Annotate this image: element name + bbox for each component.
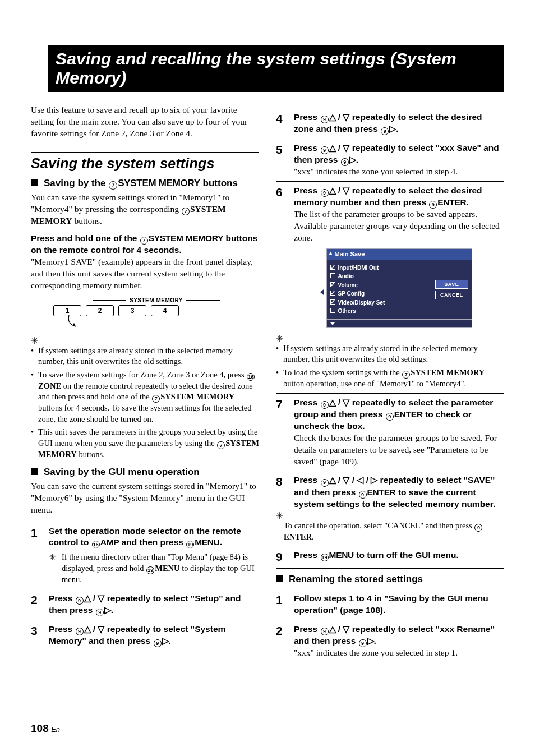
- down-icon: ▽: [343, 186, 349, 195]
- gui-screenshot: Main Save Input/HDMI Out Audio Volume SP…: [326, 248, 472, 328]
- circled-9-icon: 9: [96, 609, 104, 616]
- circled-9-icon: 9: [76, 628, 84, 635]
- circled-9-icon: 9: [321, 479, 329, 487]
- step-number: 1: [31, 525, 41, 586]
- memory-key-2: 2: [86, 305, 114, 316]
- step-4: 4 Press 9△ / ▽ repeatedly to select the …: [276, 108, 504, 135]
- up-icon: △: [329, 475, 336, 485]
- circled-9-icon: 9: [429, 201, 437, 209]
- system-memory-label: SYSTEM MEMORY: [53, 297, 259, 303]
- circled-16-icon: 16: [247, 373, 255, 381]
- circled-9-icon: 9: [154, 639, 162, 647]
- circled-7-icon: 7: [217, 441, 225, 449]
- gui-item-input-hdmi: Input/HDMI Out: [330, 264, 432, 273]
- circled-9-icon: 9: [321, 401, 329, 409]
- gui-save-button: SAVE: [435, 280, 468, 289]
- step8-tip: To cancel the operation, select "CANCEL"…: [284, 520, 504, 543]
- gui-title: Main Save: [326, 248, 472, 260]
- circled-16-icon: 16: [92, 541, 100, 548]
- page-number: 108 En: [31, 722, 60, 735]
- step-1: 1 Set the operation mode selector on the…: [31, 522, 259, 586]
- circled-7-icon: 7: [402, 371, 410, 379]
- step-2: 2 Press 9△ / ▽ repeatedly to select "Set…: [31, 589, 259, 616]
- press-hold-instruction: Press and hold one of the 7SYSTEM MEMORY…: [31, 233, 259, 256]
- circled-9-icon: 9: [321, 189, 329, 197]
- page-title: Saving and recalling the system settings…: [48, 45, 504, 92]
- step-number: 2: [276, 624, 286, 659]
- tip1-1: If system settings are already stored in…: [38, 345, 259, 367]
- step-number: 9: [276, 550, 286, 564]
- down-icon: ▽: [343, 475, 349, 485]
- system-memory-diagram: SYSTEM MEMORY 1 2 3 4: [53, 297, 259, 330]
- up-icon: △: [84, 624, 91, 634]
- step-6: 6 Press 9△ / ▽ repeatedly to select the …: [276, 181, 504, 333]
- up-icon: △: [329, 186, 336, 195]
- gui-item-others: Others: [330, 307, 432, 316]
- tip2-2: To load the system settings with the 7SY…: [283, 367, 504, 390]
- circled-9-icon: 9: [341, 158, 349, 166]
- tip1-2: To save the system settings for Zone 2, …: [38, 370, 259, 425]
- circled-9-icon: 9: [359, 639, 367, 647]
- step-9: 9 Press 19MENU to turn off the GUI menu.: [276, 546, 504, 564]
- step-number: 1: [276, 593, 286, 616]
- checkbox-icon: [330, 265, 335, 270]
- checkbox-icon: [330, 282, 335, 287]
- right-icon: ▷: [367, 636, 374, 646]
- intro-text: Use this feature to save and recall up t…: [31, 104, 259, 140]
- tip-icon: ✳: [31, 335, 259, 345]
- circled-9-icon: 9: [321, 146, 329, 154]
- up-icon: △: [329, 143, 336, 153]
- sub1-suffix: buttons: [200, 178, 238, 188]
- memory-key-4: 4: [151, 305, 179, 316]
- rename-step-2: 2 Press 9△ / ▽ repeatedly to select "xxx…: [276, 620, 504, 659]
- right-icon: ▷: [162, 636, 169, 646]
- subheading-renaming: Renaming the stored settings: [276, 568, 504, 586]
- step-number: 8: [276, 474, 286, 510]
- step7-body: Check the boxes for the parameter groups…: [294, 432, 504, 468]
- circled-19-icon: 19: [321, 554, 329, 561]
- square-bullet-icon: [276, 575, 283, 582]
- tip-icon: ✳: [49, 552, 56, 585]
- p-save-memory1to4: You can save the system settings stored …: [31, 192, 259, 227]
- circled-9-icon: 9: [474, 524, 482, 532]
- circled-9-icon: 9: [359, 491, 367, 499]
- step-7: 7 Press 9△ / ▽ repeatedly to select the …: [276, 393, 504, 468]
- up-icon: △: [329, 112, 336, 122]
- tip-icon: ✳: [276, 333, 504, 343]
- gui-item-video-display: Video/Display Set: [330, 298, 432, 307]
- right-icon: ▷: [349, 155, 356, 164]
- circled-7-icon: 7: [152, 395, 160, 403]
- up-icon: △: [329, 624, 336, 634]
- subheading-gui-menu: Saving by the GUI menu operation: [31, 466, 259, 478]
- right-icon: ▷: [371, 475, 377, 485]
- down-icon: ▽: [343, 143, 349, 153]
- checkbox-icon: [330, 299, 335, 305]
- rename-step-1: 1 Follow steps 1 to 4 in "Saving by the …: [276, 589, 504, 616]
- up-icon: △: [329, 398, 336, 407]
- gui-list: Input/HDMI Out Audio Volume SP Config Vi…: [330, 264, 432, 316]
- circled-9-icon: 9: [381, 127, 389, 135]
- down-icon: ▽: [98, 624, 104, 634]
- section-heading-saving: Saving the system settings: [31, 152, 259, 172]
- left-icon: ◁: [357, 475, 363, 485]
- step-number: 5: [276, 142, 286, 178]
- square-bullet-icon: [31, 468, 38, 475]
- tip1-3: This unit saves the parameters in the gr…: [38, 427, 259, 460]
- circled-7-icon: 7: [182, 208, 190, 215]
- step-number: 6: [276, 185, 286, 333]
- step5-body: "xxx" indicates the zone you selected in…: [294, 166, 504, 178]
- circled-9-icon: 9: [76, 597, 84, 605]
- rename-step2-body: "xxx" indicates the zone you selected in…: [294, 647, 504, 659]
- right-icon: ▷: [389, 124, 396, 133]
- up-icon: △: [84, 593, 91, 603]
- press-hold-body: "Memory1 SAVE" (example) appears in the …: [31, 256, 259, 292]
- step-8: 8 Press 9△ / ▽ / ◁ / ▷ repeatedly to sel…: [276, 471, 504, 510]
- sub1-prefix: Saving by the: [44, 178, 108, 188]
- step-number: 2: [31, 593, 41, 616]
- step-number: 3: [31, 624, 41, 647]
- checkbox-icon: [330, 273, 335, 278]
- circled-7-icon: 7: [109, 181, 117, 190]
- circled-9-icon: 9: [321, 116, 329, 123]
- gui-cancel-button: CANCEL: [435, 291, 468, 299]
- circled-19-icon: 19: [186, 541, 194, 548]
